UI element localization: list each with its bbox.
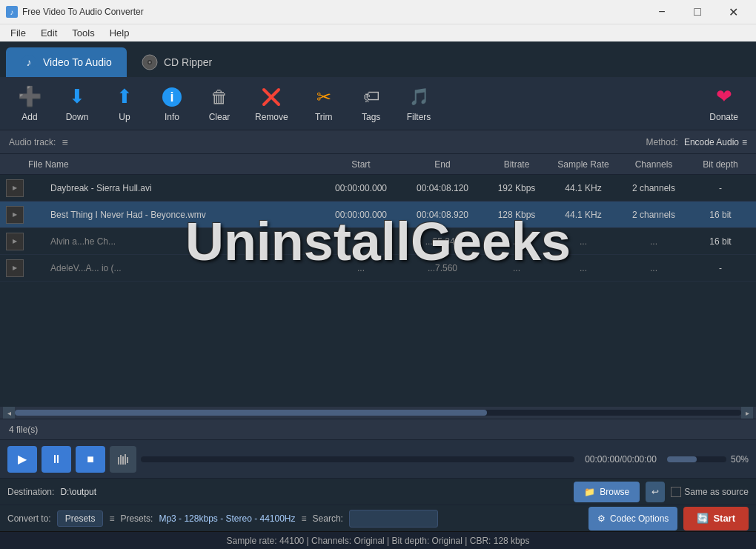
scissors-icon: ✂ (312, 85, 336, 109)
same-as-source-checkbox[interactable] (671, 487, 681, 497)
file-bitdepth: 16 bit (691, 236, 750, 247)
filters-label: Filters (407, 112, 431, 122)
trim-button[interactable]: ✂ Trim (302, 81, 346, 127)
convert-row: Convert to: Presets ≡ Presets: Mp3 - 128… (0, 505, 756, 531)
minimize-button[interactable]: − (645, 0, 679, 24)
file-thumbnail: ▶ (6, 259, 24, 277)
same-as-source-icon-button[interactable]: ↩ (646, 482, 665, 502)
menu-tools[interactable]: Tools (64, 26, 102, 40)
same-as-source-label[interactable]: Same as source (671, 487, 749, 497)
convert-to-label: Convert to: (7, 513, 51, 524)
file-end: ...55.840 (402, 236, 483, 247)
progress-track[interactable] (141, 456, 574, 462)
table-row[interactable]: ▶ Best Thing I Never Had - Beyonce.wmv 0… (0, 202, 756, 228)
remove-icon (259, 85, 283, 109)
app-content: ♪ Video To Audio CD Ripper ➕ Add ⬇ Down … (0, 41, 756, 549)
info-label: Info (165, 112, 179, 122)
file-channels: ... (617, 263, 691, 273)
table-row[interactable]: ▶ AdeleV...A... io (... ... ...7.560 ...… (0, 255, 756, 282)
toolbar: ➕ Add ⬇ Down ⬆ Up i Info 🗑 Clear (0, 77, 756, 130)
header-bitdepth: Bit depth (691, 159, 750, 170)
status-bar: 4 file(s) (0, 419, 756, 439)
hamburger-icon: ≡ (62, 136, 67, 148)
remove-button[interactable]: Remove (245, 81, 299, 127)
music-note-icon: ♪ (21, 54, 37, 70)
time-total: 00:00:00 (622, 454, 657, 465)
add-label: Add (21, 112, 37, 122)
file-bitrate: ... (483, 263, 550, 273)
start-button[interactable]: 🔄 Start (683, 507, 749, 530)
menu-help[interactable]: Help (102, 26, 137, 40)
down-button[interactable]: ⬇ Down (55, 81, 99, 127)
file-end: 00:04:08.920 (402, 210, 483, 220)
close-button[interactable]: ✕ (716, 0, 750, 24)
filters-button[interactable]: 🎵 Filters (397, 81, 442, 127)
maximize-button[interactable]: □ (680, 0, 714, 24)
browse-button[interactable]: 📁 Browse (574, 482, 640, 502)
header-end: End (402, 159, 483, 170)
start-label: Start (713, 513, 735, 524)
file-end: 00:04:08.120 (402, 183, 483, 193)
method-button[interactable]: Encode Audio ≡ (684, 137, 747, 147)
browse-label: Browse (600, 487, 629, 497)
player-bar: ▶ ⏸ ■ 00:00:00/00:00:00 50% (0, 439, 756, 478)
file-bitdepth: 16 bit (691, 210, 750, 220)
table-row[interactable]: ▶ Daybreak - Sierra Hull.avi 00:00:00.00… (0, 175, 756, 202)
tab-video-to-audio[interactable]: ♪ Video To Audio (6, 47, 127, 77)
method-label: Method: (646, 137, 678, 147)
scroll-left-arrow[interactable]: ◂ (3, 407, 15, 419)
eject-button[interactable] (110, 446, 136, 473)
horizontal-scrollbar[interactable]: ◂ ▸ (0, 407, 756, 419)
play-button[interactable]: ▶ (7, 446, 37, 473)
file-bitdepth: - (691, 263, 750, 273)
file-list: ▶ Daybreak - Sierra Hull.avi 00:00:00.00… (0, 175, 756, 407)
file-count: 4 file(s) (9, 425, 38, 435)
menu-file[interactable]: File (3, 26, 33, 40)
audio-track-label: Audio track: (9, 137, 56, 147)
search-input[interactable] (349, 510, 438, 528)
stop-button[interactable]: ■ (76, 446, 105, 473)
file-name: AdeleV...A... io (... (28, 263, 320, 273)
presets-button[interactable]: Presets (57, 510, 104, 527)
trim-label: Trim (315, 112, 333, 122)
volume-label: 50% (731, 454, 749, 465)
method-value: Encode Audio (684, 137, 739, 147)
scroll-right-arrow[interactable]: ▸ (741, 407, 753, 419)
title-bar-controls: − □ ✕ (645, 0, 750, 24)
file-area: ▶ Daybreak - Sierra Hull.avi 00:00:00.00… (0, 175, 756, 419)
up-button[interactable]: ⬆ Up (102, 81, 147, 127)
info-text: Sample rate: 44100 | Channels: Original … (227, 536, 530, 546)
file-end: ...7.560 (402, 263, 483, 273)
preset-value: Mp3 - 128kbps - Stereo - 44100Hz (159, 513, 295, 524)
svg-rect-13 (127, 457, 128, 463)
volume-fill (667, 456, 697, 462)
down-icon: ⬇ (65, 85, 89, 109)
clear-button[interactable]: 🗑 Clear (197, 81, 242, 127)
waveform-icon (116, 453, 130, 466)
down-label: Down (66, 112, 89, 122)
scroll-thumb[interactable] (15, 410, 487, 416)
filters-icon: 🎵 (407, 85, 431, 109)
tags-button[interactable]: 🏷 Tags (349, 81, 394, 127)
pause-button[interactable]: ⏸ (42, 446, 71, 473)
donate-button[interactable]: ❤ Donate (699, 81, 749, 127)
tags-label: Tags (362, 112, 380, 122)
tab-cd-ripper[interactable]: CD Ripper (127, 47, 227, 77)
tab-bar: ♪ Video To Audio CD Ripper (0, 41, 756, 77)
menu-edit[interactable]: Edit (33, 26, 64, 40)
codec-options-button[interactable]: ⚙ Codec Options (588, 507, 677, 530)
add-button[interactable]: ➕ Add (7, 81, 52, 127)
app-icon: ♪ (6, 6, 18, 18)
file-name: Daybreak - Sierra Hull.avi (28, 183, 320, 193)
table-row[interactable]: ▶ Alvin a...he Ch... ... ...55.840 ... .… (0, 228, 756, 255)
info-bar: Sample rate: 44100 | Channels: Original … (0, 531, 756, 549)
audio-track-right: Method: Encode Audio ≡ (646, 137, 747, 147)
info-button[interactable]: i Info (150, 81, 194, 127)
trash-icon: 🗑 (208, 85, 231, 109)
volume-track[interactable] (667, 456, 726, 462)
file-samplerate: ... (550, 263, 617, 273)
tab-video-to-audio-label: Video To Audio (43, 56, 112, 68)
scroll-track[interactable] (15, 410, 741, 416)
file-channels: 2 channels (617, 183, 691, 193)
same-as-source-text: Same as source (684, 487, 749, 497)
